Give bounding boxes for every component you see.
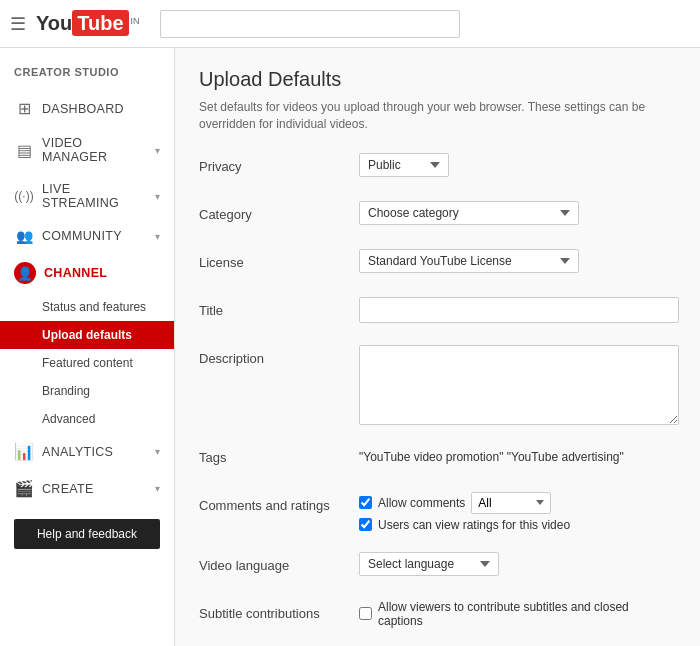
title-input[interactable] — [359, 297, 679, 323]
hamburger-icon[interactable]: ☰ — [10, 13, 26, 35]
category-control: Choose category Film & Animation Music G… — [359, 201, 676, 225]
license-control: Standard YouTube License Creative Common… — [359, 249, 676, 273]
privacy-label: Privacy — [199, 153, 359, 174]
sidebar-item-label: CHANNEL — [44, 266, 160, 280]
comments-row: Comments and ratings Allow comments All … — [199, 492, 676, 536]
channel-icon: 👤 — [14, 262, 36, 284]
subtitle-checkbox-row: Allow viewers to contribute subtitles an… — [359, 600, 676, 628]
sidebar-item-label: CREATE — [42, 482, 147, 496]
allow-comments-checkbox[interactable] — [359, 496, 372, 509]
sidebar-item-community[interactable]: 👥 COMMUNITY ▾ — [0, 219, 174, 253]
sidebar-item-video-manager[interactable]: ▤ VIDEO MANAGER ▾ — [0, 127, 174, 173]
category-label: Category — [199, 201, 359, 222]
subtitle-control: Allow viewers to contribute subtitles an… — [359, 600, 676, 632]
chevron-down-icon: ▾ — [155, 145, 160, 156]
allow-comments-row: Allow comments All Approved None — [359, 492, 676, 514]
sidebar-sub-advanced[interactable]: Advanced — [0, 405, 174, 433]
chevron-down-icon: ▾ — [155, 446, 160, 457]
video-language-row: Video language Select language English S… — [199, 552, 676, 584]
sidebar-item-label: DASHBOARD — [42, 102, 160, 116]
sidebar-item-label: VIDEO MANAGER — [42, 136, 147, 164]
search-input[interactable] — [160, 10, 460, 38]
description-control — [359, 345, 679, 428]
page-title: Upload Defaults — [199, 68, 676, 91]
ratings-checkbox[interactable] — [359, 518, 372, 531]
license-row: License Standard YouTube License Creativ… — [199, 249, 676, 281]
description-row: Description — [199, 345, 676, 428]
sidebar-sub-upload-defaults[interactable]: Upload defaults — [0, 321, 174, 349]
community-icon: 👥 — [14, 228, 34, 244]
sidebar-item-analytics[interactable]: 📊 ANALYTICS ▾ — [0, 433, 174, 470]
create-icon: 🎬 — [14, 479, 34, 498]
live-streaming-icon: ((·)) — [14, 189, 34, 203]
logo-you: YouTube — [36, 12, 129, 35]
comments-type-select[interactable]: All Approved None — [471, 492, 551, 514]
main-content: Upload Defaults Set defaults for videos … — [175, 48, 700, 646]
video-language-label: Video language — [199, 552, 359, 573]
help-feedback-button[interactable]: Help and feedback — [14, 519, 160, 549]
privacy-control: Public Private Unlisted — [359, 153, 676, 177]
tags-control: "YouTube video promotion" "YouTube adver… — [359, 444, 676, 464]
subtitle-text: Allow viewers to contribute subtitles an… — [378, 600, 676, 628]
tags-row: Tags "YouTube video promotion" "YouTube … — [199, 444, 676, 476]
title-row: Title — [199, 297, 676, 329]
comments-control: Allow comments All Approved None Users c… — [359, 492, 676, 536]
analytics-icon: 📊 — [14, 442, 34, 461]
privacy-select[interactable]: Public Private Unlisted — [359, 153, 449, 177]
sidebar: CREATOR STUDIO ⊞ DASHBOARD ▤ VIDEO MANAG… — [0, 48, 175, 646]
sidebar-item-channel[interactable]: 👤 CHANNEL — [0, 253, 174, 293]
sidebar-sub-featured[interactable]: Featured content — [0, 349, 174, 377]
sidebar-item-dashboard[interactable]: ⊞ DASHBOARD — [0, 90, 174, 127]
ratings-label: Users can view ratings for this video — [378, 518, 570, 532]
creator-studio-label: CREATOR STUDIO — [0, 58, 174, 90]
chevron-down-icon: ▾ — [155, 191, 160, 202]
license-select[interactable]: Standard YouTube License Creative Common… — [359, 249, 579, 273]
category-row: Category Choose category Film & Animatio… — [199, 201, 676, 233]
sidebar-sub-branding[interactable]: Branding — [0, 377, 174, 405]
sidebar-item-label: LIVE STREAMING — [42, 182, 147, 210]
youtube-logo: YouTube IN — [36, 12, 140, 35]
allow-comments-label: Allow comments — [378, 496, 465, 510]
sidebar-item-create[interactable]: 🎬 CREATE ▾ — [0, 470, 174, 507]
video-manager-icon: ▤ — [14, 141, 34, 160]
ratings-row: Users can view ratings for this video — [359, 518, 676, 532]
sidebar-sub-status[interactable]: Status and features — [0, 293, 174, 321]
chevron-down-icon: ▾ — [155, 231, 160, 242]
dashboard-icon: ⊞ — [14, 99, 34, 118]
subtitle-label: Subtitle contributions — [199, 600, 359, 621]
description-textarea[interactable] — [359, 345, 679, 425]
title-control — [359, 297, 679, 323]
video-language-select[interactable]: Select language English Spanish French — [359, 552, 499, 576]
top-bar: ☰ YouTube IN — [0, 0, 700, 48]
privacy-row: Privacy Public Private Unlisted — [199, 153, 676, 185]
subtitle-checkbox[interactable] — [359, 607, 372, 620]
logo-tube: Tube — [72, 10, 128, 36]
subtitle-row: Subtitle contributions Allow viewers to … — [199, 600, 676, 632]
description-label: Description — [199, 345, 359, 366]
video-language-control: Select language English Spanish French — [359, 552, 676, 576]
tags-label: Tags — [199, 444, 359, 465]
chevron-down-icon: ▾ — [155, 483, 160, 494]
tags-value: "YouTube video promotion" "YouTube adver… — [359, 444, 676, 464]
sidebar-item-live-streaming[interactable]: ((·)) LIVE STREAMING ▾ — [0, 173, 174, 219]
logo-in: IN — [131, 16, 140, 26]
title-label: Title — [199, 297, 359, 318]
sidebar-item-label: ANALYTICS — [42, 445, 147, 459]
layout: CREATOR STUDIO ⊞ DASHBOARD ▤ VIDEO MANAG… — [0, 48, 700, 646]
comments-label: Comments and ratings — [199, 492, 359, 513]
page-description: Set defaults for videos you upload throu… — [199, 99, 676, 133]
sidebar-item-label: COMMUNITY — [42, 229, 147, 243]
license-label: License — [199, 249, 359, 270]
category-select[interactable]: Choose category Film & Animation Music G… — [359, 201, 579, 225]
